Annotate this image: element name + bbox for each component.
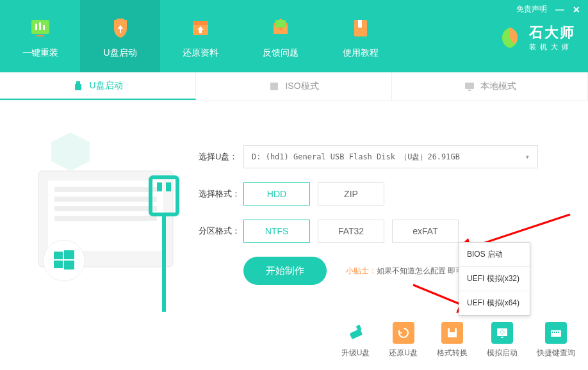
tool-label: 快捷键查询 bbox=[537, 348, 575, 358]
tab-label: ISO模式 bbox=[285, 81, 318, 92]
upload-box-icon bbox=[187, 14, 214, 41]
disclaimer-link[interactable]: 免责声明 bbox=[516, 4, 547, 15]
svg-rect-32 bbox=[356, 325, 362, 331]
minimize-button[interactable]: — bbox=[556, 6, 564, 13]
svg-rect-10 bbox=[358, 20, 362, 28]
usb-value: D: (hd1) General USB Flash Disk （U盘）26.9… bbox=[252, 152, 460, 163]
tool-label: 还原U盘 bbox=[389, 348, 418, 358]
nav-usb-boot[interactable]: U盘启动 bbox=[80, 0, 160, 72]
svg-rect-11 bbox=[76, 81, 80, 84]
monitor-icon bbox=[464, 81, 475, 92]
logo-subtitle: 装机大师 bbox=[529, 42, 575, 52]
nav-label: 使用教程 bbox=[343, 47, 379, 59]
svg-rect-27 bbox=[64, 261, 74, 269]
tool-label: 模拟启动 bbox=[487, 348, 518, 358]
usb-upgrade-icon bbox=[345, 322, 366, 344]
tip: 小贴士：如果不知道怎么配置 即可 bbox=[346, 266, 463, 277]
chevron-down-icon: ▾ bbox=[525, 152, 530, 161]
tool-label: 升级U盘 bbox=[341, 348, 370, 358]
format-hdd[interactable]: HDD bbox=[243, 182, 310, 205]
sub-tabs: U盘启动 ISO模式 本地模式 bbox=[0, 72, 588, 101]
svg-rect-42 bbox=[558, 332, 559, 333]
svg-rect-29 bbox=[157, 182, 162, 191]
svg-marker-16 bbox=[51, 133, 90, 171]
logo-text: 石大师 装机大师 bbox=[529, 23, 575, 52]
tool-format-convert[interactable]: 格式转换 bbox=[437, 322, 468, 358]
logo-icon bbox=[497, 25, 523, 51]
svg-rect-30 bbox=[166, 182, 171, 191]
svg-rect-21 bbox=[54, 206, 157, 211]
close-button[interactable]: ✕ bbox=[573, 6, 580, 13]
svg-rect-13 bbox=[270, 83, 278, 90]
svg-rect-19 bbox=[54, 187, 157, 192]
usb-select-row: 选择U盘： D: (hd1) General USB Flash Disk （U… bbox=[199, 145, 562, 168]
dropdown-bios[interactable]: BIOS 启动 bbox=[459, 243, 530, 267]
svg-rect-31 bbox=[350, 328, 363, 339]
iso-icon bbox=[268, 81, 280, 92]
svg-rect-15 bbox=[468, 90, 471, 91]
svg-rect-5 bbox=[117, 19, 124, 21]
partition-exfat[interactable]: exFAT bbox=[392, 220, 459, 243]
book-icon bbox=[347, 14, 374, 41]
logo: 石大师 装机大师 bbox=[497, 23, 575, 52]
svg-rect-14 bbox=[465, 83, 474, 89]
tool-restore-usb[interactable]: 还原U盘 bbox=[389, 322, 418, 358]
svg-rect-8 bbox=[275, 20, 286, 28]
nav-label: U盘启动 bbox=[103, 47, 136, 59]
partition-row: 分区格式： NTFS FAT32 exFAT bbox=[199, 220, 562, 243]
svg-rect-7 bbox=[193, 21, 208, 25]
format-row: 选择格式： HDD ZIP bbox=[199, 182, 562, 205]
tab-iso[interactable]: ISO模式 bbox=[196, 72, 392, 100]
partition-fat32[interactable]: FAT32 bbox=[318, 220, 384, 243]
svg-rect-20 bbox=[54, 197, 157, 202]
partition-label: 分区格式： bbox=[199, 225, 243, 237]
illustration bbox=[26, 113, 192, 331]
nav-tutorial[interactable]: 使用教程 bbox=[320, 0, 400, 72]
tab-label: U盘启动 bbox=[89, 80, 122, 92]
tool-label: 格式转换 bbox=[437, 348, 468, 358]
tab-local[interactable]: 本地模式 bbox=[392, 72, 588, 100]
tool-simulate-boot[interactable]: 模拟启动 bbox=[487, 322, 518, 358]
nav-label: 反馈问题 bbox=[263, 47, 298, 59]
format-label: 选择格式： bbox=[199, 188, 243, 200]
start-button[interactable]: 开始制作 bbox=[243, 257, 327, 285]
svg-rect-41 bbox=[556, 332, 557, 333]
bottom-toolbar: 升级U盘 还原U盘 格式转换 模拟启动 快捷键查询 bbox=[341, 322, 575, 358]
tab-label: 本地模式 bbox=[480, 81, 516, 92]
partition-ntfs[interactable]: NTFS bbox=[243, 220, 310, 243]
svg-rect-12 bbox=[75, 84, 81, 90]
monitor-sim-icon bbox=[491, 322, 513, 344]
format-zip[interactable]: ZIP bbox=[318, 182, 384, 205]
nav-feedback[interactable]: 反馈问题 bbox=[240, 0, 320, 72]
usb-select[interactable]: D: (hd1) General USB Flash Disk （U盘）26.9… bbox=[243, 145, 538, 168]
tab-usb-boot[interactable]: U盘启动 bbox=[0, 72, 196, 100]
svg-rect-35 bbox=[497, 328, 507, 336]
nav-restore[interactable]: 还原资料 bbox=[160, 0, 240, 72]
nav-reinstall[interactable]: 一键重装 bbox=[0, 0, 80, 72]
dropdown-uefi-x64[interactable]: UEFI 模拟(x64) bbox=[459, 291, 530, 315]
svg-rect-26 bbox=[54, 261, 63, 268]
dropdown-uefi-x32[interactable]: UEFI 模拟(x32) bbox=[459, 267, 530, 291]
header: 一键重装 U盘启动 还原资料 反馈问题 使用教程 免责声明 — ✕ bbox=[0, 0, 588, 72]
disk-icon bbox=[441, 322, 463, 344]
chart-icon bbox=[27, 14, 54, 41]
svg-rect-1 bbox=[35, 24, 37, 30]
tool-hotkey-query[interactable]: 快捷键查询 bbox=[537, 322, 575, 358]
svg-rect-4 bbox=[37, 35, 44, 36]
svg-rect-3 bbox=[43, 25, 45, 30]
tip-label: 小贴士： bbox=[346, 266, 377, 275]
svg-rect-38 bbox=[551, 330, 561, 337]
svg-rect-37 bbox=[501, 337, 503, 338]
envelope-icon bbox=[267, 14, 294, 41]
shield-icon bbox=[107, 14, 134, 41]
tool-upgrade-usb[interactable]: 升级U盘 bbox=[341, 322, 370, 358]
svg-rect-22 bbox=[54, 216, 157, 221]
keyboard-icon bbox=[545, 322, 567, 344]
tip-text: 如果不知道怎么配置 即可 bbox=[377, 266, 463, 275]
usb-icon bbox=[72, 80, 84, 92]
nav-label: 还原资料 bbox=[183, 47, 218, 59]
simulate-dropdown: BIOS 启动 UEFI 模拟(x32) UEFI 模拟(x64) bbox=[459, 242, 530, 316]
svg-rect-25 bbox=[64, 250, 74, 259]
svg-rect-39 bbox=[552, 332, 553, 333]
svg-rect-34 bbox=[450, 328, 455, 332]
